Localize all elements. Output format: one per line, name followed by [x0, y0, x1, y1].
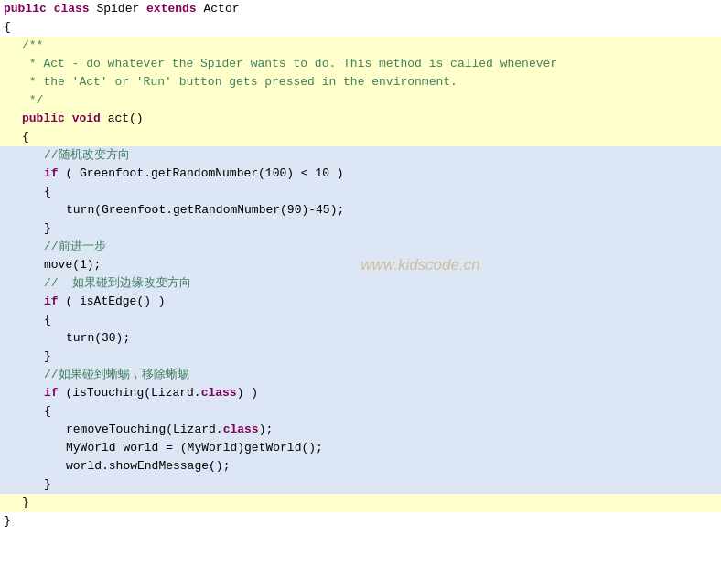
token-plain: removeTouching(Lizard. — [66, 422, 223, 436]
code-line: move(1);www.kidscode.cn — [0, 256, 721, 274]
code-line: /** — [0, 37, 721, 55]
token-kw: class — [54, 2, 90, 16]
code-line: } — [0, 476, 721, 494]
code-line: //随机改变方向 — [0, 146, 721, 165]
code-line: } — [0, 494, 721, 512]
code-line: turn(30); — [0, 329, 721, 347]
token-comment: * Act - do whatever the Spider wants to … — [22, 57, 557, 70]
token-kw: if — [44, 386, 59, 400]
code-line: { — [0, 402, 721, 421]
code-line: { — [0, 128, 721, 146]
token-plain: } — [44, 477, 51, 491]
token-plain: { — [44, 313, 51, 326]
token-plain: Spider — [90, 2, 146, 16]
token-plain: } — [4, 514, 11, 528]
token-plain: { — [44, 404, 51, 418]
token-comment: /** — [22, 38, 43, 52]
token-plain: ); — [259, 422, 274, 436]
token-plain: Actor — [197, 2, 240, 16]
token-kw: if — [44, 294, 59, 308]
token-plain: } — [22, 496, 29, 509]
token-comment: */ — [22, 93, 43, 107]
token-plain: act() — [101, 112, 144, 125]
token-comment: * the 'Act' or 'Run' button gets pressed… — [22, 75, 457, 89]
token-plain — [65, 112, 72, 125]
token-plain: MyWorld world = (MyWorld)getWorld(); — [66, 441, 323, 454]
code-line: //如果碰到蜥蜴，移除蜥蜴 — [0, 366, 721, 384]
code-line: } — [0, 219, 721, 238]
token-cls: class — [201, 386, 237, 400]
token-kw: public — [4, 2, 47, 16]
token-plain: (isTouching(Lizard. — [59, 386, 201, 400]
code-line: { — [0, 18, 721, 37]
token-plain: move(1); — [44, 258, 101, 272]
token-plain: } — [44, 349, 51, 363]
code-line: //前进一步 — [0, 238, 721, 256]
token-plain: turn(Greenfoot.getRandomNumber(90)-45); — [66, 203, 344, 217]
token-plain: ( isAtEdge() ) — [59, 294, 166, 308]
code-line: MyWorld world = (MyWorld)getWorld(); — [0, 439, 721, 457]
token-plain: ( Greenfoot.getRandomNumber(100) < 10 ) — [59, 166, 344, 180]
code-line: if ( Greenfoot.getRandomNumber(100) < 10… — [0, 165, 721, 183]
code-line: removeTouching(Lizard.class); — [0, 421, 721, 439]
token-comment-cn: //如果碰到蜥蜴，移除蜥蜴 — [44, 368, 189, 381]
token-plain: { — [4, 20, 11, 34]
token-plain: } — [44, 221, 51, 235]
token-plain — [47, 2, 54, 16]
token-cls: class — [223, 422, 259, 436]
code-editor: public class Spider extends Actor{/** * … — [0, 0, 721, 588]
code-line: { — [0, 183, 721, 201]
token-plain: { — [22, 130, 29, 144]
token-comment-cn: // 如果碰到边缘改变方向 — [44, 276, 191, 290]
token-kw: void — [72, 112, 101, 125]
code-line: // 如果碰到边缘改变方向 — [0, 274, 721, 293]
token-plain: world.showEndMessage(); — [66, 459, 230, 473]
code-line: { — [0, 311, 721, 329]
code-line: public void act() — [0, 110, 721, 128]
code-line: turn(Greenfoot.getRandomNumber(90)-45); — [0, 201, 721, 219]
token-kw: public — [22, 112, 65, 125]
watermark: www.kidscode.cn — [360, 256, 479, 274]
code-line: world.showEndMessage(); — [0, 457, 721, 476]
token-kw-extends: extends — [146, 2, 197, 16]
code-line: if (isTouching(Lizard.class) ) — [0, 384, 721, 402]
code-line: */ — [0, 91, 721, 110]
token-comment-cn: //前进一步 — [44, 240, 106, 253]
code-line: } — [0, 512, 721, 530]
code-line: * the 'Act' or 'Run' button gets pressed… — [0, 73, 721, 91]
code-line: if ( isAtEdge() ) — [0, 293, 721, 311]
code-line: public class Spider extends Actor — [0, 0, 721, 18]
token-plain: { — [44, 185, 51, 198]
token-comment-cn: //随机改变方向 — [44, 148, 130, 162]
code-line: * Act - do whatever the Spider wants to … — [0, 55, 721, 73]
code-line: } — [0, 347, 721, 366]
token-plain: turn(30); — [66, 331, 130, 345]
token-kw: if — [44, 166, 59, 180]
token-plain: ) ) — [237, 386, 258, 400]
